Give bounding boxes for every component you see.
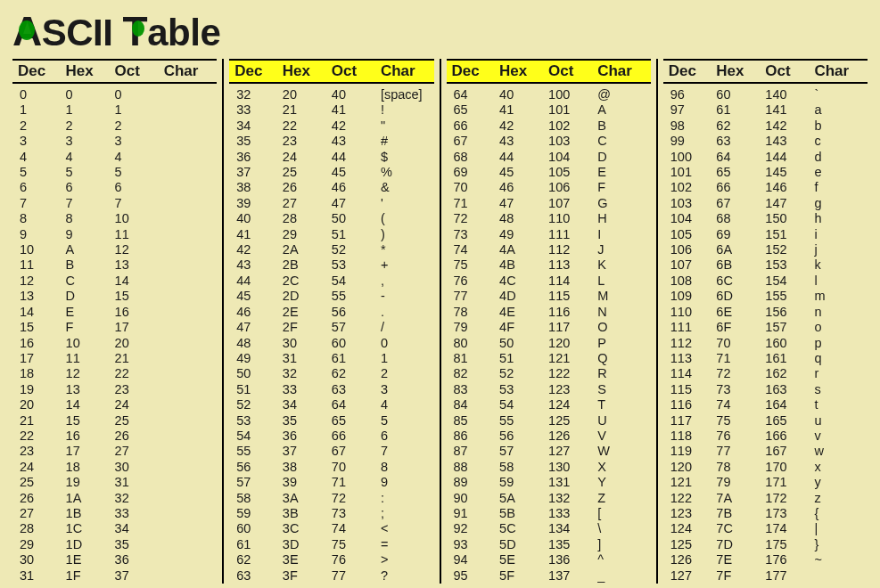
cell-oct: 22 [115,366,164,381]
table-row: 1086C154l [663,274,868,289]
cell-dec: 96 [663,87,717,102]
cell-hex: 50 [499,336,548,351]
cell-oct: 116 [548,305,597,320]
cell-dec: 106 [663,242,717,257]
cell-char: & [381,180,434,195]
cell-oct: 16 [115,305,164,320]
cell-hex: C [66,274,115,289]
cell-oct: 61 [332,351,381,366]
cell-dec: 27 [12,506,66,521]
cell-dec: 71 [447,196,500,211]
cell-hex: 6 [66,180,115,195]
cell-oct: 32 [115,491,164,506]
cell-oct: 67 [332,444,381,459]
cell-oct: 14 [115,274,164,289]
table-row: 10266146f [663,180,868,195]
cell-hex: 3F [283,568,332,584]
cell-hex: 11 [66,351,115,366]
cell-char [164,180,218,195]
cell-char [164,320,218,335]
table-row: 161020 [12,336,217,351]
table-row: 777 [12,196,217,211]
cell-hex: 53 [499,382,548,397]
cell-hex: 4F [499,320,548,335]
cell-dec: 95 [447,568,500,584]
table-row: 251931 [12,475,217,490]
cell-char: < [381,521,434,536]
cell-hex: 78 [716,460,765,475]
ascii-column-1: DecHexOctChar322040[space]332141!342242"… [222,59,439,584]
cell-dec: 6 [12,180,66,195]
cell-char: H [597,211,651,226]
cell-oct: 55 [332,289,381,304]
cell-char: Z [597,491,651,506]
table-row: 905A132Z [447,491,651,506]
cell-oct: 122 [548,366,597,381]
cell-oct: 115 [548,289,597,304]
cell-oct: 21 [115,351,164,366]
cell-hex: 28 [283,211,332,226]
header-dec: Dec [229,62,283,80]
cell-char: 1 [381,351,434,366]
cell-oct: 1 [115,102,164,118]
table-row: 8858130X [447,460,651,475]
cell-dec: 99 [663,134,717,149]
cell-dec: 53 [229,413,283,429]
cell-dec: 67 [447,134,500,149]
cell-dec: 89 [447,475,500,490]
cell-dec: 118 [663,429,717,444]
table-row: 402850( [229,211,433,226]
cell-oct: 27 [115,444,164,459]
cell-char: b [814,118,868,134]
column-rows: 0001112223334445556667778810991110A1211B… [12,84,217,584]
cell-oct: 171 [765,475,814,490]
table-row: 6743103C [447,134,651,149]
cell-char [164,366,218,381]
cell-hex: 79 [716,475,765,490]
cell-hex: 19 [66,475,115,490]
cell-char: 6 [381,429,434,444]
table-row: 1076B153k [663,257,868,273]
cell-dec: 127 [663,568,717,584]
cell-char: 5 [381,413,434,429]
cell-dec: 0 [12,87,66,102]
cell-oct: 106 [548,180,597,195]
cell-char [164,118,218,134]
table-row: 4931611 [229,351,433,366]
table-row: 000 [12,87,217,102]
cell-oct: 110 [548,211,597,226]
cell-dec: 49 [229,351,283,366]
table-row: 5537677 [229,444,433,459]
cell-hex: 55 [499,413,548,429]
cell-oct: 114 [548,274,597,289]
cell-hex: 4A [499,242,548,257]
cell-oct: 70 [332,460,381,475]
cell-hex: 59 [499,475,548,490]
cell-oct: 176 [765,552,814,568]
cell-oct: 154 [765,274,814,289]
cell-dec: 86 [447,429,500,444]
table-row: 452D55- [229,289,433,304]
cell-dec: 29 [12,537,66,552]
cell-dec: 88 [447,460,500,475]
cell-char: w [814,444,868,459]
cell-oct: 103 [548,134,597,149]
cell-oct: 141 [765,102,814,118]
cell-dec: 12 [12,274,66,289]
cell-dec: 43 [229,257,283,273]
table-row: 362444$ [229,150,433,165]
table-row: 935D135] [447,537,651,552]
cell-oct: 66 [332,429,381,444]
cell-oct: 150 [765,211,814,226]
table-row: 171121 [12,351,217,366]
table-row: 6844104D [447,150,651,165]
table-row: 7349111I [447,227,651,242]
table-row: 10165145e [663,165,868,180]
cell-char: i [814,227,868,242]
cell-hex: 74 [716,397,765,412]
title-text-1: SCII [42,12,123,53]
cell-char [164,165,218,180]
cell-hex: 66 [716,180,765,195]
table-row: 271B33 [12,506,217,521]
cell-oct: 147 [765,196,814,211]
